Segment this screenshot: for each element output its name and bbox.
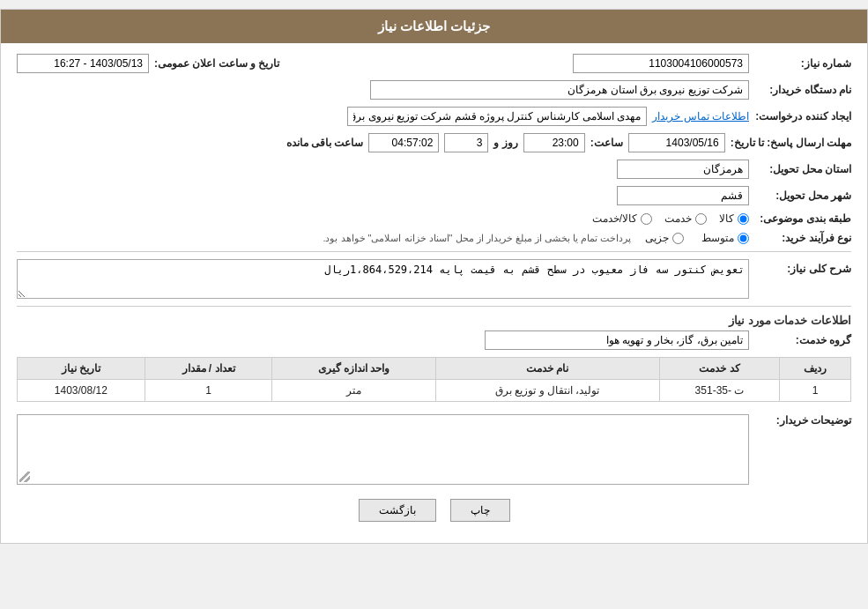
row-reply-deadline: مهلت ارسال پاسخ: تا تاریخ: ساعت: روز و س… (17, 133, 851, 152)
col-date: تاریخ نیاز (18, 358, 145, 380)
bottom-buttons: چاپ بازگشت (17, 499, 851, 522)
creator-contact-link[interactable]: اطلاعات تماس خریدار (652, 110, 749, 123)
province-input[interactable] (617, 160, 749, 179)
creator-input[interactable] (347, 107, 647, 126)
need-desc-label: شرح کلی نیاز: (754, 259, 851, 275)
purchase-type-label: نوع فرآیند خرید: (754, 232, 851, 244)
row-category: طبقه بندی موضوعی: کالا/خدمت خدمت کالا (17, 212, 851, 225)
page-wrapper: جزئیات اطلاعات نیاز شماره نیاز: تاریخ و … (0, 9, 868, 544)
reply-countdown-label: ساعت باقی مانده (286, 137, 364, 149)
reply-countdown-input[interactable] (368, 133, 439, 152)
purchase-note: پرداخت تمام یا بخشی از مبلغ خریدار از مح… (323, 233, 631, 244)
purchase-jozi[interactable]: جزیی (645, 232, 684, 244)
row-need-number: شماره نیاز: تاریخ و ساعت اعلان عمومی: (17, 54, 851, 73)
row-province: استان محل تحویل: (17, 160, 851, 179)
category-kala-radio[interactable] (738, 213, 749, 225)
purchase-type-options: متوسط جزیی (645, 232, 749, 244)
reply-time-input[interactable] (523, 133, 585, 152)
category-kala-khedmat[interactable]: کالا/خدمت (592, 212, 652, 225)
cell-quantity: 1 (145, 380, 272, 402)
table-header-row: ردیف کد خدمت نام خدمت واحد اندازه گیری ت… (18, 358, 851, 380)
city-input[interactable] (617, 186, 749, 205)
col-service-code: کد خدمت (659, 358, 780, 380)
category-options: کالا/خدمت خدمت کالا (592, 212, 749, 225)
cell-unit: متر (272, 380, 435, 402)
province-label: استان محل تحویل: (754, 163, 851, 175)
announce-date-label: تاریخ و ساعت اعلان عمومی: (154, 57, 279, 70)
col-service-name: نام خدمت (435, 358, 659, 380)
col-unit: واحد اندازه گیری (272, 358, 435, 380)
need-desc-col: // will be set after DOM (17, 259, 749, 299)
category-kala-khedmat-label: کالا/خدمت (592, 212, 637, 225)
col-row-num: ردیف (780, 358, 851, 380)
row-purchase-type: نوع فرآیند خرید: متوسط جزیی پرداخت تمام … (17, 232, 851, 244)
divider-1 (17, 251, 851, 252)
creator-label: ایجاد کننده درخواست: (754, 110, 851, 123)
reply-days-input[interactable] (444, 133, 488, 152)
cell-date: 1403/08/12 (18, 380, 145, 402)
cell-row-num: 1 (780, 380, 851, 402)
cell-service-code: ت -35-351 (659, 380, 780, 402)
services-table: ردیف کد خدمت نام خدمت واحد اندازه گیری ت… (17, 357, 851, 402)
cell-service-name: تولید، انتقال و توزیع برق (435, 380, 659, 402)
purchase-jozi-radio[interactable] (672, 233, 684, 244)
row-city: شهر محل تحویل: (17, 186, 851, 205)
divider-2 (17, 306, 851, 307)
buyer-org-label: نام دستگاه خریدار: (754, 84, 851, 96)
need-desc-textarea[interactable] (17, 259, 749, 299)
purchase-motavasset-label: متوسط (701, 232, 734, 244)
category-khedmat[interactable]: خدمت (664, 212, 707, 225)
category-khedmat-radio[interactable] (695, 213, 707, 225)
city-label: شهر محل تحویل: (754, 189, 851, 202)
row-service-group: گروه خدمت: (17, 330, 851, 350)
service-group-input[interactable] (485, 330, 749, 350)
category-kala-label: کالا (719, 212, 734, 225)
category-kala[interactable]: کالا (719, 212, 749, 225)
reply-time-label: ساعت: (590, 137, 623, 149)
reply-days-label: روز و (493, 137, 517, 149)
category-label: طبقه بندی موضوعی: (754, 212, 851, 225)
col-quantity: تعداد / مقدار (145, 358, 272, 380)
purchase-jozi-label: جزیی (645, 232, 669, 244)
content-area: شماره نیاز: تاریخ و ساعت اعلان عمومی: نا… (1, 43, 867, 543)
category-kala-khedmat-radio[interactable] (641, 213, 652, 225)
reply-deadline-label: مهلت ارسال پاسخ: تا تاریخ: (731, 137, 851, 149)
reply-date-input[interactable] (628, 133, 725, 152)
buyer-notes-label: توضیحات خریدار: (754, 411, 851, 427)
row-buyer-notes: توضیحات خریدار: (17, 411, 851, 485)
resize-handle (19, 472, 30, 482)
category-khedmat-label: خدمت (664, 212, 692, 225)
row-need-desc: شرح کلی نیاز: // will be set after DOM (17, 259, 851, 299)
purchase-motavasset[interactable]: متوسط (701, 232, 749, 244)
buyer-org-input[interactable] (370, 80, 749, 100)
print-button[interactable]: چاپ (450, 499, 510, 522)
page-title: جزئیات اطلاعات نیاز (378, 19, 490, 33)
back-button[interactable]: بازگشت (359, 499, 436, 522)
row-creator: ایجاد کننده درخواست: اطلاعات تماس خریدار (17, 107, 851, 126)
announce-date-input[interactable] (17, 54, 149, 73)
service-group-label: گروه خدمت: (754, 334, 851, 346)
page-header: جزئیات اطلاعات نیاز (1, 10, 867, 43)
row-buyer-org: نام دستگاه خریدار: (17, 80, 851, 100)
buyer-notes-container (17, 414, 749, 485)
need-number-label: شماره نیاز: (754, 57, 851, 70)
table-row: 1 ت -35-351 تولید، انتقال و توزیع برق مت… (18, 380, 851, 402)
need-number-input[interactable] (573, 54, 749, 73)
services-section-title: اطلاعات خدمات مورد نیاز (17, 314, 851, 327)
purchase-motavasset-radio[interactable] (738, 233, 749, 244)
